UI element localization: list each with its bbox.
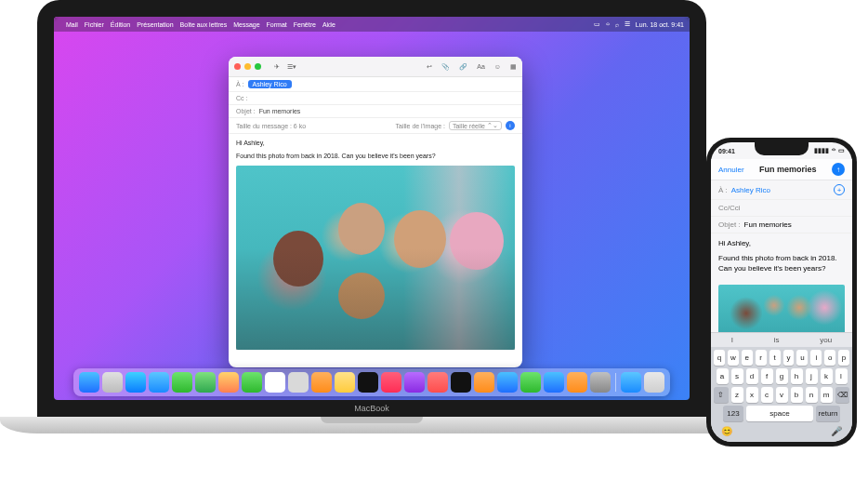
menu-boite[interactable]: Boîte aux lettres <box>180 21 228 28</box>
add-contact-button[interactable]: + <box>834 184 845 195</box>
dock-mail[interactable] <box>149 372 169 393</box>
key-d[interactable]: d <box>746 368 758 384</box>
close-button[interactable] <box>234 63 241 70</box>
key-m[interactable]: m <box>821 387 833 403</box>
key-delete[interactable]: ⌫ <box>835 387 850 403</box>
dock-podcasts[interactable] <box>404 372 425 393</box>
to-field[interactable]: À : Ashley Rico <box>229 77 522 92</box>
send-icon[interactable]: ✈ <box>274 63 280 71</box>
dock-appstore[interactable] <box>497 372 518 393</box>
key-g[interactable]: g <box>776 368 788 384</box>
key-b[interactable]: b <box>791 387 803 403</box>
key-q[interactable]: q <box>714 350 725 366</box>
cc-field[interactable]: Cc/Cci <box>711 200 852 217</box>
qt-suggestion-1[interactable]: I <box>731 336 733 344</box>
key-j[interactable]: j <box>806 368 818 384</box>
mic-key[interactable]: 🎤 <box>831 426 842 436</box>
menu-fichier[interactable]: Fichier <box>85 21 104 28</box>
key-w[interactable]: w <box>728 350 739 366</box>
dock-trash[interactable] <box>644 372 664 393</box>
menubar-clock[interactable]: Lun. 18 oct. 9:41 <box>636 21 684 28</box>
to-field[interactable]: À : Ashley Rico + <box>711 180 852 200</box>
format-icon[interactable]: Aa <box>477 63 485 71</box>
key-h[interactable]: h <box>791 368 803 384</box>
menu-presentation[interactable]: Présentation <box>137 21 173 28</box>
dock-facetime[interactable] <box>242 372 262 393</box>
dock-maps[interactable] <box>195 372 216 393</box>
dock-contacts[interactable] <box>288 372 309 393</box>
compose-body[interactable]: Hi Ashley, Found this photo from back in… <box>711 233 852 285</box>
key-r[interactable]: r <box>756 350 767 366</box>
attached-photo[interactable] <box>718 285 845 337</box>
wifi-icon[interactable]: ⌔ <box>606 21 610 28</box>
dock-photos[interactable] <box>218 372 239 393</box>
qt-suggestion-3[interactable]: you <box>820 336 832 344</box>
key-o[interactable]: o <box>824 350 835 366</box>
key-c[interactable]: c <box>761 387 773 403</box>
zoom-button[interactable] <box>255 63 261 70</box>
dock-music[interactable] <box>381 372 401 393</box>
dock-finder[interactable] <box>79 372 99 393</box>
key-t[interactable]: t <box>769 350 781 366</box>
cancel-button[interactable]: Annuler <box>718 166 744 174</box>
menu-format[interactable]: Format <box>267 21 287 28</box>
dock-news[interactable] <box>427 372 448 393</box>
menu-fenetre[interactable]: Fenêtre <box>294 21 316 28</box>
key-space[interactable]: space <box>746 406 813 421</box>
dock-pages[interactable] <box>567 372 587 393</box>
key-e[interactable]: e <box>742 350 753 366</box>
key-shift[interactable]: ⇧ <box>714 387 729 403</box>
key-k[interactable]: k <box>821 368 833 384</box>
menubar-app[interactable]: Mail <box>66 21 78 28</box>
attach-icon[interactable]: 📎 <box>441 63 450 71</box>
key-x[interactable]: x <box>746 387 758 403</box>
search-icon[interactable]: ⌕ <box>615 21 619 28</box>
link-icon[interactable]: 🔗 <box>459 63 467 71</box>
key-123[interactable]: 123 <box>723 406 743 421</box>
key-z[interactable]: z <box>731 387 743 403</box>
battery-icon[interactable]: ▭ <box>594 20 600 28</box>
key-l[interactable]: l <box>835 368 848 384</box>
header-fields-icon[interactable]: ☰▾ <box>287 63 296 71</box>
key-a[interactable]: a <box>717 368 729 384</box>
key-n[interactable]: n <box>806 387 818 403</box>
dock-books[interactable] <box>474 372 494 393</box>
dock-numbers[interactable] <box>520 372 541 393</box>
emoji-key[interactable]: 😊 <box>721 426 732 436</box>
mail-body[interactable]: Hi Ashley, Found this photo from back in… <box>229 134 522 355</box>
key-s[interactable]: s <box>731 368 743 384</box>
menu-aide[interactable]: Aide <box>322 21 335 28</box>
key-u[interactable]: u <box>796 350 808 366</box>
key-y[interactable]: y <box>783 350 795 366</box>
dock-safari[interactable] <box>125 372 146 393</box>
reply-icon[interactable]: ↩ <box>427 63 432 71</box>
dock-reminders[interactable] <box>311 372 332 393</box>
send-button[interactable]: ↑ <box>832 163 845 176</box>
menu-message[interactable]: Message <box>233 21 259 28</box>
photo-browser-icon[interactable]: ▦ <box>510 63 517 71</box>
key-v[interactable]: v <box>776 387 788 403</box>
dock-notes[interactable] <box>335 372 355 393</box>
dock-calendar[interactable] <box>265 372 285 393</box>
subject-field[interactable]: Objet : Fun memories <box>711 217 852 233</box>
qt-suggestion-2[interactable]: is <box>774 336 780 344</box>
attached-photo[interactable] <box>236 166 515 350</box>
menu-edition[interactable]: Édition <box>111 21 130 28</box>
dock-messages[interactable] <box>172 372 192 393</box>
to-recipient-token[interactable]: Ashley Rico <box>248 80 292 88</box>
dock-settings[interactable] <box>590 372 611 393</box>
control-center-icon[interactable]: ☰ <box>625 20 630 28</box>
subject-field[interactable]: Objet : Fun memories <box>229 105 522 118</box>
key-return[interactable]: return <box>816 406 840 421</box>
image-size-select[interactable]: Taille réelle ⌃⌄ <box>449 121 502 130</box>
dock-tv[interactable] <box>358 372 378 393</box>
dock-launchpad[interactable] <box>102 372 123 393</box>
emoji-icon[interactable]: ☺ <box>494 63 501 71</box>
key-i[interactable]: i <box>810 350 822 366</box>
dock-keynote[interactable] <box>544 372 564 393</box>
cc-field[interactable]: Cc : <box>229 92 522 105</box>
dock-downloads[interactable] <box>621 372 641 393</box>
minimize-button[interactable] <box>244 63 251 70</box>
dock-stocks[interactable] <box>451 372 471 393</box>
key-p[interactable]: p <box>838 350 849 366</box>
